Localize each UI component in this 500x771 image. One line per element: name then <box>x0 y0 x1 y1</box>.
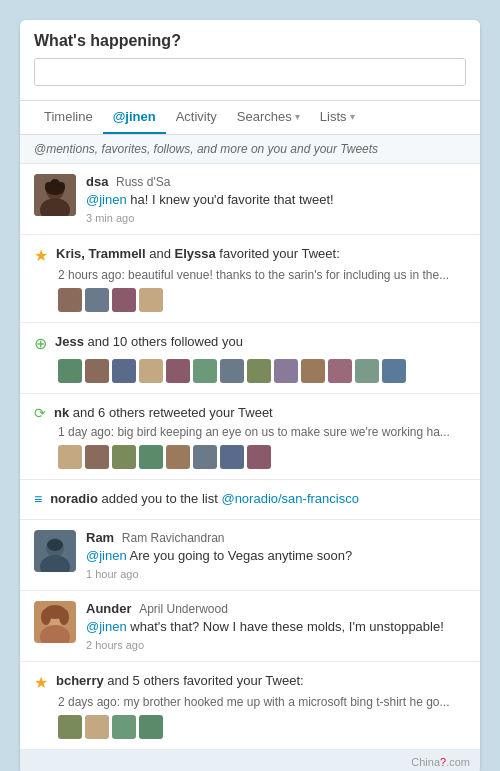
tweet-ram-content: Ram Ram Ravichandran @jinen Are you goin… <box>86 530 466 580</box>
avatar-strip-item <box>112 288 136 312</box>
tweet-dsa-content: dsa Russ d'Sa @jinen ha! I knew you'd fa… <box>86 174 466 224</box>
activity-followed-jess: ⊕ Jess and 10 others followed you <box>20 323 480 394</box>
avatar-strip-item <box>139 445 163 469</box>
tweet-aunder-content: Aunder April Underwood @jinen what's tha… <box>86 601 466 651</box>
compose-title: What's happening? <box>34 32 466 50</box>
avatar-strip-favorited-bcherry <box>58 715 466 739</box>
activity-favorited-kris-users: Kris, Trammell <box>56 246 146 261</box>
tweet-aunder-time: 2 hours ago <box>86 639 466 651</box>
avatar-strip-item <box>166 445 190 469</box>
watermark-symbol: ? <box>440 756 446 768</box>
avatar-strip-favorited-kris <box>58 288 466 312</box>
avatar-strip-item <box>85 359 109 383</box>
svg-point-16 <box>59 609 69 625</box>
activity-followed-jess-header: ⊕ Jess and 10 others followed you <box>34 333 466 353</box>
searches-chevron: ▾ <box>295 111 300 122</box>
avatar-strip-item <box>328 359 352 383</box>
retweet-icon: ⟳ <box>34 405 46 421</box>
activity-followed-jess-text: Jess and 10 others followed you <box>55 333 243 351</box>
activity-retweeted-nk-text: nk and 6 others retweeted your Tweet <box>54 404 273 422</box>
tweet-ram: Ram Ram Ravichandran @jinen Are you goin… <box>20 520 480 591</box>
avatar-strip-item <box>112 359 136 383</box>
avatar-strip-item <box>301 359 325 383</box>
avatar-strip-item <box>220 359 244 383</box>
activity-favorited-bcherry-subtext: 2 days ago: my brother hooked me up with… <box>58 695 466 709</box>
avatar-strip-item <box>58 445 82 469</box>
avatar-ram <box>34 530 76 572</box>
avatar-strip-item <box>58 288 82 312</box>
activity-favorited-bcherry-user: bcherry <box>56 673 104 688</box>
svg-point-15 <box>41 609 51 625</box>
activity-list-noradio: ≡ noradio added you to the list @noradio… <box>20 480 480 519</box>
svg-point-6 <box>50 179 60 189</box>
tab-jinen[interactable]: @jinen <box>103 101 166 134</box>
main-container: What's happening? Timeline @jinen Activi… <box>20 20 480 771</box>
tweet-aunder-fullname: April Underwood <box>139 602 228 616</box>
tweet-ram-username: Ram <box>86 530 114 545</box>
activity-list-noradio-text: noradio added you to the list @noradio/s… <box>50 490 359 508</box>
avatar-strip-item <box>112 715 136 739</box>
avatar-strip-item <box>247 359 271 383</box>
tweet-aunder: Aunder April Underwood @jinen what's tha… <box>20 591 480 662</box>
tab-lists[interactable]: Lists ▾ <box>310 101 365 134</box>
avatar-strip-item <box>220 445 244 469</box>
activity-favorited-kris-subtext: 2 hours ago: beautiful venue! thanks to … <box>58 268 466 282</box>
tweet-dsa: dsa Russ d'Sa @jinen ha! I knew you'd fa… <box>20 164 480 235</box>
avatar-strip-item <box>139 359 163 383</box>
avatar-strip-retweeted <box>58 445 466 469</box>
activity-retweeted-nk-header: ⟳ nk and 6 others retweeted your Tweet <box>34 404 466 422</box>
tweet-dsa-fullname: Russ d'Sa <box>116 175 170 189</box>
avatar-aunder-image <box>34 601 76 643</box>
tweet-dsa-text: @jinen ha! I knew you'd favorite that tw… <box>86 191 466 209</box>
tweet-aunder-mention: @jinen <box>86 619 127 634</box>
avatar-strip-item <box>85 715 109 739</box>
tweet-ram-text: @jinen Are you going to Vegas anytime so… <box>86 547 466 565</box>
avatar-strip-item <box>58 715 82 739</box>
avatar-strip-item <box>139 288 163 312</box>
avatar-dsa <box>34 174 76 216</box>
lists-chevron: ▾ <box>350 111 355 122</box>
activity-favorited-bcherry: ★ bcherry and 5 others favorited your Tw… <box>20 662 480 750</box>
activity-list-noradio-user: noradio <box>50 491 98 506</box>
tweet-dsa-header: dsa Russ d'Sa <box>86 174 466 189</box>
tweet-aunder-text: @jinen what's that? Now I have these mol… <box>86 618 466 636</box>
activity-followed-jess-user: Jess <box>55 334 84 349</box>
tweet-aunder-header: Aunder April Underwood <box>86 601 466 616</box>
tweet-ram-mention: @jinen <box>86 548 127 563</box>
star-icon-2: ★ <box>34 673 48 692</box>
avatar-aunder <box>34 601 76 643</box>
activity-retweeted-nk-user: nk <box>54 405 69 420</box>
watermark: China?.com <box>20 750 480 771</box>
avatar-strip-item <box>112 445 136 469</box>
tab-activity[interactable]: Activity <box>166 101 227 134</box>
activity-favorited-kris: ★ Kris, Trammell and Elyssa favorited yo… <box>20 235 480 323</box>
activity-favorited-bcherry-header: ★ bcherry and 5 others favorited your Tw… <box>34 672 466 692</box>
tab-searches[interactable]: Searches ▾ <box>227 101 310 134</box>
avatar-strip-item <box>85 288 109 312</box>
avatar-strip-item <box>58 359 82 383</box>
avatar-strip-item <box>382 359 406 383</box>
nav-tabs: Timeline @jinen Activity Searches ▾ List… <box>20 101 480 135</box>
tweet-ram-header: Ram Ram Ravichandran <box>86 530 466 545</box>
svg-point-10 <box>47 539 63 551</box>
avatar-strip-item <box>85 445 109 469</box>
list-icon: ≡ <box>34 491 42 507</box>
activity-favorited-kris-header: ★ Kris, Trammell and Elyssa favorited yo… <box>34 245 466 265</box>
activity-favorited-kris-others: Elyssa <box>175 246 216 261</box>
tweet-ram-time: 1 hour ago <box>86 568 466 580</box>
avatar-ram-image <box>34 530 76 572</box>
activity-retweeted-nk-subtext: 1 day ago: big bird keeping an eye on us… <box>58 425 466 439</box>
subtitle: @mentions, favorites, follows, and more … <box>20 135 480 164</box>
tweet-dsa-username: dsa <box>86 174 108 189</box>
avatar-strip-item <box>247 445 271 469</box>
star-icon: ★ <box>34 246 48 265</box>
compose-area: What's happening? <box>20 20 480 101</box>
tweet-dsa-mention: @jinen <box>86 192 127 207</box>
avatar-strip-item <box>193 445 217 469</box>
activity-list-noradio-link[interactable]: @noradio/san-francisco <box>221 491 358 506</box>
compose-input[interactable] <box>34 58 466 86</box>
tab-timeline[interactable]: Timeline <box>34 101 103 134</box>
avatar-strip-followed <box>58 359 466 383</box>
tweet-dsa-time: 3 min ago <box>86 212 466 224</box>
tweet-aunder-username: Aunder <box>86 601 132 616</box>
